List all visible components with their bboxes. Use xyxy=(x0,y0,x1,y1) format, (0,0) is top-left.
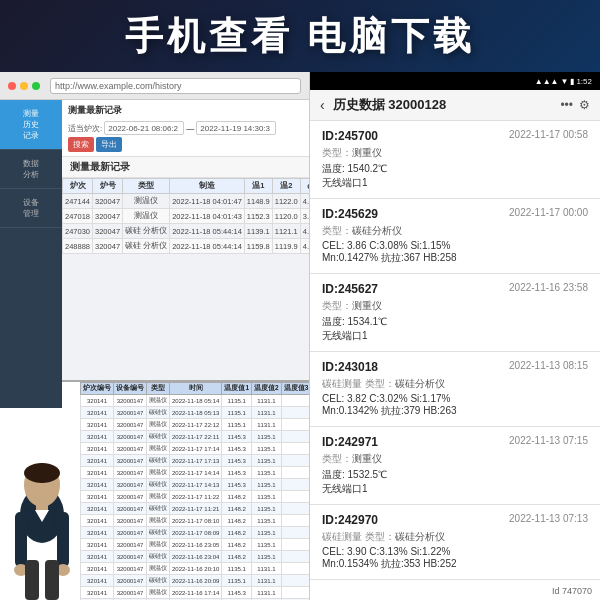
data-table-container[interactable]: 炉次 炉号 类型 制造 温1 温2 C Si Mn 抗拉 测值1 xyxy=(62,178,309,408)
left-nav: 测量历史记录 数据分析 设备管理 xyxy=(0,100,62,408)
browser-dot-yellow[interactable] xyxy=(20,82,28,90)
record-type: 碳硅测量 类型：碳硅分析仪 xyxy=(322,530,588,544)
svg-rect-3 xyxy=(36,502,48,512)
big-table-row[interactable]: 32014132000147碳硅仪2022-11-16 20:091135.11… xyxy=(81,575,311,587)
date-start-input[interactable] xyxy=(104,121,184,135)
big-table-row[interactable]: 32014132000147测温仪2022-11-17 11:221148.21… xyxy=(81,491,311,503)
big-table-row[interactable]: 32014132000147碳硅仪2022-11-17 17:131145.31… xyxy=(81,455,311,467)
toolbar-label: 测量最新记录 xyxy=(68,104,122,117)
big-table-row[interactable]: 32014132000147测温仪2022-11-18 05:141135.11… xyxy=(81,395,311,407)
table-row[interactable]: 247144320047测温仪2022-11-18 04:01:471148.9… xyxy=(63,194,310,209)
table-row[interactable]: 248888320047碳硅 分析仪2022-11-18 05:44:14115… xyxy=(63,239,310,254)
big-table-row[interactable]: 32014132000147碳硅仪2022-11-16 23:041148.21… xyxy=(81,551,311,563)
svg-point-0 xyxy=(20,487,64,543)
record-id: ID:245627 xyxy=(322,282,378,296)
mobile-status-bar: ▲▲▲ ▼ ▮ 1:52 xyxy=(310,72,600,90)
toolbar: 测量最新记录 适当炉次: — 搜索 导出 xyxy=(62,100,309,157)
table-row[interactable]: 247018320047测温仪2022-11-18 04:01:431152.3… xyxy=(63,209,310,224)
browser-dot-red[interactable] xyxy=(8,82,16,90)
wifi-icon: ▼ xyxy=(561,77,569,86)
back-button[interactable]: ‹ xyxy=(320,97,325,113)
settings-icon[interactable]: ⚙ xyxy=(579,98,590,112)
signal-icon: ▲▲▲ xyxy=(535,77,559,86)
big-table-row[interactable]: 32014132000147碳硅仪2022-11-17 11:211148.21… xyxy=(81,503,311,515)
record-data-line2: Mn:0.1534% 抗拉:353 HB:252 xyxy=(322,557,588,571)
record-id: ID:242970 xyxy=(322,513,378,527)
svg-marker-5 xyxy=(15,510,35,550)
record-id: ID:245629 xyxy=(322,207,378,221)
record-date: 2022-11-13 07:13 xyxy=(509,513,588,524)
table-row[interactable]: 247030320047碳硅 分析仪2022-11-18 05:44:14113… xyxy=(63,224,310,239)
big-table: 炉次编号设备编号类型时间温度值1温度值2温度值3C%Si%CELMn%抗拉硬度测… xyxy=(80,382,310,600)
mobile-record-list[interactable]: ID:245700 2022-11-17 00:58 类型：测重仪 温度: 15… xyxy=(310,121,600,600)
svg-rect-12 xyxy=(45,560,59,600)
big-table-row[interactable]: 32014132000147测温仪2022-11-17 22:121135.11… xyxy=(81,419,311,431)
big-table-row[interactable]: 32014132000147测温仪2022-11-16 20:101135.11… xyxy=(81,563,311,575)
big-table-row[interactable]: 32014132000147测温仪2022-11-16 17:141145.31… xyxy=(81,587,311,599)
section-title: 测量最新记录 xyxy=(62,157,309,178)
svg-marker-6 xyxy=(49,510,69,550)
browser-dot-green[interactable] xyxy=(32,82,40,90)
status-icons: ▲▲▲ ▼ ▮ 1:52 xyxy=(535,77,592,86)
top-banner: 手机查看 电脑下载 xyxy=(0,0,600,72)
big-table-container: 炉次编号设备编号类型时间温度值1温度值2温度值3C%Si%CELMn%抗拉硬度测… xyxy=(0,380,310,600)
sidebar-item-device[interactable]: 设备管理 xyxy=(0,189,62,228)
record-card[interactable]: ID:243018 2022-11-13 08:15 碳硅测量 类型：碳硅分析仪… xyxy=(310,352,600,427)
upper-section: 测量历史记录 数据分析 设备管理 测量最新记录 适当炉次: — 搜索 导出 xyxy=(0,100,309,408)
export-button[interactable]: 导出 xyxy=(96,137,122,152)
svg-point-10 xyxy=(56,564,70,576)
col-datetime: 制造 xyxy=(170,179,245,194)
big-table-row[interactable]: 32014132000147测温仪2022-11-17 08:101148.21… xyxy=(81,515,311,527)
big-table-row[interactable]: 32014132000147测温仪2022-11-17 17:141145.31… xyxy=(81,443,311,455)
record-card[interactable]: ID:242970 2022-11-13 07:13 碳硅测量 类型：碳硅分析仪… xyxy=(310,505,600,580)
right-panel: ▲▲▲ ▼ ▮ 1:52 ‹ 历史数据 32000128 ••• ⚙ ID:24… xyxy=(310,72,600,600)
col-device: 炉号 xyxy=(93,179,123,194)
mobile-title: 历史数据 32000128 xyxy=(333,96,553,114)
date-end-input[interactable] xyxy=(196,121,276,135)
record-card[interactable]: ID:245627 2022-11-16 23:58 类型：测重仪 温度: 15… xyxy=(310,274,600,352)
status-time: 1:52 xyxy=(576,77,592,86)
record-card[interactable]: ID:242971 2022-11-13 07:15 类型：测重仪 温度: 15… xyxy=(310,427,600,505)
record-id: ID:243018 xyxy=(322,360,378,374)
col-type: 类型 xyxy=(123,179,170,194)
person-overlay xyxy=(0,460,85,600)
record-type: 类型：测重仪 xyxy=(322,146,588,160)
col-val1: 温1 xyxy=(244,179,272,194)
record-type: 碳硅测量 类型：碳硅分析仪 xyxy=(322,377,588,391)
record-data-line2: Mn:0.1427% 抗拉:367 HB:258 xyxy=(322,251,588,265)
svg-point-1 xyxy=(24,463,60,507)
record-card[interactable]: ID:245629 2022-11-17 00:00 类型：碳硅分析仪 CEL:… xyxy=(310,199,600,274)
big-table-row[interactable]: 32014132000147碳硅仪2022-11-17 22:111145.31… xyxy=(81,431,311,443)
main-area: 测量最新记录 适当炉次: — 搜索 导出 测量最新记录 xyxy=(62,100,309,408)
svg-rect-7 xyxy=(15,512,27,567)
big-table-row[interactable]: 32014132000147测温仪2022-11-17 14:141145.31… xyxy=(81,467,311,479)
big-table-row[interactable]: 32014132000147碳硅仪2022-11-18 05:131135.11… xyxy=(81,407,311,419)
record-data-line1: 温度: 1532.5℃ xyxy=(322,468,588,482)
record-type: 类型：测重仪 xyxy=(322,452,588,466)
record-data-line1: 温度: 1534.1℃ xyxy=(322,315,588,329)
record-data-line1: CEL: 3.82 C:3.02% Si:1.17% xyxy=(322,393,588,404)
more-icon[interactable]: ••• xyxy=(560,98,573,112)
record-card[interactable]: ID:245700 2022-11-17 00:58 类型：测重仪 温度: 15… xyxy=(310,121,600,199)
record-data-line2: Mn:0.1342% 抗拉:379 HB:263 xyxy=(322,404,588,418)
browser-url[interactable]: http://www.example.com/history xyxy=(50,78,301,94)
record-id: ID:242971 xyxy=(322,435,378,449)
record-data-line2: 无线端口1 xyxy=(322,176,588,190)
svg-rect-11 xyxy=(25,560,39,600)
browser-chrome: http://www.example.com/history xyxy=(0,72,309,100)
big-table-row[interactable]: 32014132000147碳硅仪2022-11-17 14:131145.31… xyxy=(81,479,311,491)
big-table-row[interactable]: 32014132000147碳硅仪2022-11-17 08:091148.21… xyxy=(81,527,311,539)
big-table-scroll[interactable]: 炉次编号设备编号类型时间温度值1温度值2温度值3C%Si%CELMn%抗拉硬度测… xyxy=(80,382,310,600)
record-date: 2022-11-13 08:15 xyxy=(509,360,588,371)
record-type: 类型：碳硅分析仪 xyxy=(322,224,588,238)
search-button[interactable]: 搜索 xyxy=(68,137,94,152)
record-date: 2022-11-17 00:00 xyxy=(509,207,588,218)
sidebar-item-history[interactable]: 测量历史记录 xyxy=(0,100,62,150)
record-date: 2022-11-16 23:58 xyxy=(509,282,588,293)
url-text: http://www.example.com/history xyxy=(55,81,182,91)
big-table-row[interactable]: 32014132000147测温仪2022-11-16 23:051148.21… xyxy=(81,539,311,551)
record-type: 类型：测重仪 xyxy=(322,299,588,313)
sidebar-item-analysis[interactable]: 数据分析 xyxy=(0,150,62,189)
record-id: ID:245700 xyxy=(322,129,378,143)
record-data-line1: 温度: 1540.2℃ xyxy=(322,162,588,176)
